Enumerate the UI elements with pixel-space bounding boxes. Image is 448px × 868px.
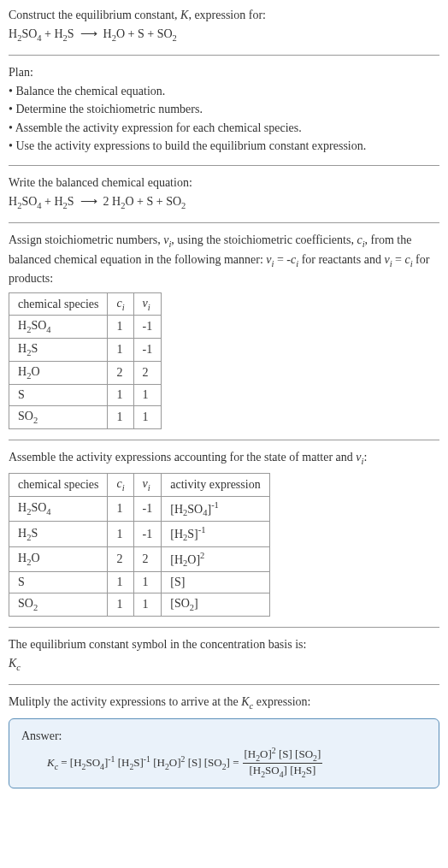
table-cell: [SO2]: [162, 593, 269, 617]
divider: [9, 684, 439, 685]
symbol-text: The equilibrium constant symbol in the c…: [9, 636, 439, 653]
table-cell: [S]: [162, 572, 269, 593]
balanced-section: Write the balanced chemical equation: H2…: [9, 174, 439, 212]
table-cell: -1: [133, 339, 162, 362]
symbol-value: Kc: [9, 655, 439, 674]
activity-section: Assemble the activity expressions accoun…: [9, 449, 439, 617]
table-row: H2S 1 -1: [9, 339, 162, 362]
table-header: ci: [108, 292, 133, 316]
header-section: Construct the equilibrium constant, K, e…: [9, 7, 439, 44]
assign-text: Assign stoichiometric numbers, νi, using…: [9, 232, 439, 287]
table-cell: 1: [108, 339, 133, 362]
plan-item: • Assemble the activity expression for e…: [9, 120, 439, 137]
table-row: SO2 1 1: [9, 405, 162, 428]
activity-table: chemical species ci νi activity expressi…: [9, 473, 270, 617]
balanced-title: Write the balanced chemical equation:: [9, 174, 439, 192]
table-cell: SO2: [9, 405, 108, 428]
table-cell: 1: [108, 384, 133, 405]
divider: [9, 222, 439, 223]
table-cell: 2: [133, 546, 162, 571]
prompt-text: Construct the equilibrium constant, K, e…: [9, 7, 439, 24]
answer-label: Answer:: [21, 728, 427, 745]
table-row: H2O 2 2 [H2O]2: [9, 546, 270, 571]
table-row: H2S 1 -1 [H2S]-1: [9, 522, 270, 546]
table-cell: 1: [133, 593, 162, 617]
table-cell: 1: [108, 316, 133, 339]
table-cell: 1: [133, 405, 162, 428]
fraction-numerator: [H2O]2 [S] [SO2]: [243, 746, 323, 764]
assign-section: Assign stoichiometric numbers, νi, using…: [9, 232, 439, 429]
table-cell: H2SO4: [9, 496, 108, 521]
table-cell: [H2S]-1: [162, 522, 269, 546]
activity-text: Assemble the activity expressions accoun…: [9, 449, 439, 468]
multiply-text: Mulitply the activity expressions to arr…: [9, 694, 439, 712]
answer-lhs: Kc = [H2SO4]-1 [H2S]-1 [H2O]2 [S] [SO2] …: [47, 754, 239, 771]
table-cell: 1: [108, 496, 133, 521]
table-header: νi: [133, 474, 162, 497]
table-row: SO2 1 1 [SO2]: [9, 593, 270, 617]
answer-equation: Kc = [H2SO4]-1 [H2S]-1 [H2O]2 [S] [SO2] …: [47, 746, 427, 779]
plan-item: • Use the activity expressions to build …: [9, 138, 439, 155]
table-cell: 1: [133, 384, 162, 405]
fraction-denominator: [H2SO4] [H2S]: [243, 764, 323, 779]
table-header: ci: [108, 474, 133, 497]
table-row: S 1 1: [9, 384, 162, 405]
table-header: activity expression: [162, 474, 269, 497]
table-header: νi: [133, 292, 162, 316]
table-row: H2O 2 2: [9, 362, 162, 385]
table-cell: S: [9, 384, 108, 405]
table-row: S 1 1 [S]: [9, 572, 270, 593]
table-cell: 1: [108, 593, 133, 617]
plan-section: Plan: • Balance the chemical equation. •…: [9, 64, 439, 155]
table-cell: H2S: [9, 339, 108, 362]
multiply-section: Mulitply the activity expressions to arr…: [9, 694, 439, 788]
table-cell: -1: [133, 522, 162, 546]
plan-title: Plan:: [9, 64, 439, 81]
plan-item: • Determine the stoichiometric numbers.: [9, 101, 439, 118]
table-cell: S: [9, 572, 108, 593]
table-cell: [H2SO4]-1: [162, 496, 269, 521]
table-cell: -1: [133, 496, 162, 521]
table-cell: 2: [133, 362, 162, 385]
table-cell: 1: [108, 405, 133, 428]
table-header-row: chemical species ci νi activity expressi…: [9, 474, 270, 497]
table-cell: 1: [108, 572, 133, 593]
table-cell: -1: [133, 316, 162, 339]
table-header: chemical species: [9, 474, 108, 497]
table-cell: 1: [133, 572, 162, 593]
divider: [9, 55, 439, 56]
divider: [9, 165, 439, 166]
table-cell: H2SO4: [9, 316, 108, 339]
table-cell: SO2: [9, 593, 108, 617]
divider: [9, 440, 439, 440]
stoichiometric-table: chemical species ci νi H2SO4 1 -1 H2S 1 …: [9, 292, 162, 429]
divider: [9, 627, 439, 628]
table-cell: 1: [108, 522, 133, 546]
answer-fraction: [H2O]2 [S] [SO2] [H2SO4] [H2S]: [243, 746, 323, 779]
table-cell: H2O: [9, 546, 108, 571]
table-cell: H2O: [9, 362, 108, 385]
table-cell: 2: [108, 362, 133, 385]
answer-box: Answer: Kc = [H2SO4]-1 [H2S]-1 [H2O]2 [S…: [9, 718, 439, 788]
table-header-row: chemical species ci νi: [9, 292, 162, 316]
table-cell: [H2O]2: [162, 546, 269, 571]
initial-equation: H2SO4 + H2S ⟶ H2O + S + SO2: [9, 26, 439, 44]
symbol-section: The equilibrium constant symbol in the c…: [9, 636, 439, 674]
table-row: H2SO4 1 -1 [H2SO4]-1: [9, 496, 270, 521]
table-cell: H2S: [9, 522, 108, 546]
plan-item: • Balance the chemical equation.: [9, 83, 439, 100]
balanced-equation: H2SO4 + H2S ⟶ 2 H2O + S + SO2: [9, 193, 439, 212]
table-row: H2SO4 1 -1: [9, 316, 162, 339]
table-cell: 2: [108, 546, 133, 571]
table-header: chemical species: [9, 292, 108, 316]
